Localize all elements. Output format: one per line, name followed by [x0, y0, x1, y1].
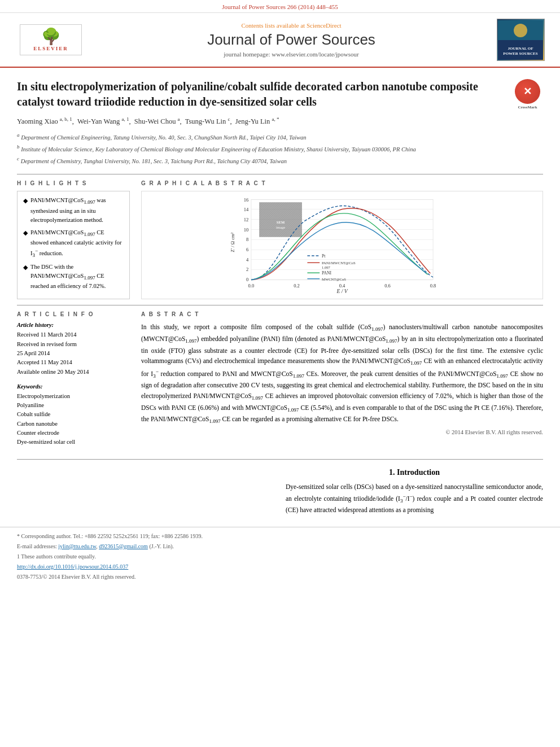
elsevier-logo-area: 🌳 ELSEVIER — [11, 24, 90, 55]
journal-title: Journal of Power Sources — [90, 31, 492, 49]
equal-contrib-note: 1 These authors contribute equally. — [17, 552, 543, 561]
accepted-date: Accepted 11 May 2014 — [17, 358, 130, 367]
svg-text:0.4: 0.4 — [339, 283, 345, 289]
svg-rect-32 — [259, 203, 302, 238]
intro-two-col: 1. Introduction Dye-sensitized solar cel… — [17, 468, 543, 515]
svg-text:0: 0 — [246, 277, 248, 283]
email-link-1[interactable]: jylin@ttu.edu.tw — [58, 543, 96, 549]
highlights-graphical-section: H I G H L I G H T S ◆ PANI/MWCNT@CoS1.09… — [17, 174, 543, 299]
highlight-text-3: The DSC with the PANI/MWCNT@CoS1.097 CE … — [30, 263, 124, 291]
author-shuwei: Shu-Wei Chou — [134, 117, 176, 125]
copyright-text: © 2014 Elsevier B.V. All rights reserved… — [141, 429, 543, 435]
svg-text:12: 12 — [244, 217, 249, 223]
email-note: E-mail addresses: jylin@ttu.edu.tw, d923… — [17, 542, 543, 551]
intro-section-title: Introduction — [397, 468, 440, 477]
svg-text:Z' / Ω cm²: Z' / Ω cm² — [230, 233, 235, 252]
elsevier-tree-icon: 🌳 — [41, 29, 61, 45]
crossmark-badge: ✕ CrossMark — [512, 79, 543, 110]
highlight-item-1: ◆ PANI/MWCNT@CoS1.097 was synthesized us… — [23, 196, 124, 224]
svg-text:0.6: 0.6 — [384, 283, 391, 289]
revised-date: 25 April 2014 — [17, 349, 130, 358]
journal-reference-bar: Journal of Power Sources 266 (2014) 448–… — [0, 0, 560, 13]
svg-text:Pt: Pt — [322, 254, 326, 259]
intro-section-num-text: 1. — [389, 468, 397, 477]
svg-text:PANI/MWCNT@CoS: PANI/MWCNT@CoS — [322, 261, 356, 265]
doi-line: http://dx.doi.org/10.1016/j.jpowsour.201… — [17, 562, 543, 571]
svg-point-2 — [514, 24, 527, 37]
elsevier-logo: 🌳 ELSEVIER — [20, 24, 82, 55]
intro-section-heading: 1. Introduction — [286, 468, 543, 477]
svg-text:0.8: 0.8 — [430, 283, 436, 289]
science-direct-line: Contents lists available at ScienceDirec… — [90, 22, 492, 29]
keyword-4: Carbon nanotube — [17, 420, 130, 429]
intro-right-col: 1. Introduction Dye-sensitized solar cel… — [286, 468, 543, 515]
email-link-2[interactable]: d923615@gmail.com — [99, 543, 148, 549]
doi-link[interactable]: http://dx.doi.org/10.1016/j.jpowsour.201… — [17, 563, 128, 570]
abstract-col: A B S T R A C T In this study, we report… — [141, 305, 543, 453]
email-label: E-mail addresses: — [17, 543, 58, 549]
svg-text:16: 16 — [244, 198, 249, 203]
keyword-6: Dye-sensitized solar cell — [17, 438, 130, 447]
svg-text:6: 6 — [246, 247, 248, 253]
science-direct-link-text[interactable]: ScienceDirect — [307, 22, 342, 29]
article-title-area: In situ electropolymerization of polyani… — [17, 79, 543, 110]
history-label: Article history: — [17, 322, 130, 328]
corresponding-note-text: * Corresponding author. Tel.: +886 22592… — [17, 533, 203, 539]
highlight-text-2: PANI/MWCNT@CoS1.097 CE showed enhanced c… — [30, 228, 124, 259]
article-info-label: A R T I C L E I N F O — [17, 311, 130, 317]
journal-cover-area: JOURNAL OF POWER SOURCES — [492, 19, 549, 61]
author-yaoming: Yaoming Xiao — [17, 117, 58, 125]
available-date: Available online 20 May 2014 — [17, 368, 130, 377]
keywords-label: Keywords: — [17, 383, 130, 390]
received-date: Received 11 March 2014 — [17, 330, 130, 339]
article-title-text: In situ electropolymerization of polyani… — [17, 80, 478, 108]
abstract-label: A B S T R A C T — [141, 311, 543, 317]
highlight-item-2: ◆ PANI/MWCNT@CoS1.097 CE showed enhanced… — [23, 228, 124, 259]
journal-header: 🌳 ELSEVIER Contents lists available at S… — [0, 13, 560, 68]
graphical-abstract-label: G R A P H I C A L A B S T R A C T — [141, 180, 543, 186]
journal-homepage: journal homepage: www.elsevier.com/locat… — [90, 51, 492, 58]
journal-header-center: Contents lists available at ScienceDirec… — [90, 22, 492, 58]
graphical-abstract-box: 0 2 4 6 8 10 12 14 16 — [141, 191, 543, 299]
keyword-3: Cobalt sulfide — [17, 410, 130, 419]
chart-area: 0 2 4 6 8 10 12 14 16 — [145, 194, 540, 296]
highlights-col: H I G H L I G H T S ◆ PANI/MWCNT@CoS1.09… — [17, 174, 130, 299]
affil-c: c Department of Chemistry, Tunghai Unive… — [17, 155, 543, 166]
highlight-item-3: ◆ The DSC with the PANI/MWCNT@CoS1.097 C… — [23, 263, 124, 291]
svg-text:10: 10 — [244, 228, 249, 233]
keywords-section: Keywords: Electropolymerization Polyanil… — [17, 383, 130, 447]
info-abstract-section: A R T I C L E I N F O Article history: R… — [17, 305, 543, 453]
abstract-text: In this study, we report a composite fil… — [141, 322, 543, 425]
author-jengyu: Jeng-Yu Lin — [235, 117, 270, 125]
svg-text:14: 14 — [244, 207, 249, 213]
svg-text:SEM: SEM — [277, 221, 285, 225]
journal-cover-image: JOURNAL OF POWER SOURCES — [497, 19, 545, 61]
issn-line: 0378-7753/© 2014 Elsevier B.V. All right… — [17, 574, 543, 580]
page: Journal of Power Sources 266 (2014) 448–… — [0, 0, 560, 747]
corresponding-author-note: * Corresponding author. Tel.: +886 22592… — [17, 532, 543, 540]
svg-text:0.0: 0.0 — [248, 283, 255, 289]
svg-text:PANI: PANI — [322, 271, 331, 276]
intro-text: Dye-sensitized solar cells (DSCs) based … — [286, 482, 543, 515]
article-info-col: A R T I C L E I N F O Article history: R… — [17, 305, 130, 453]
email-name: (J.-Y. Lin). — [149, 543, 174, 549]
svg-text:JOURNAL OF: JOURNAL OF — [508, 46, 533, 51]
journal-ref-text: Journal of Power Sources 266 (2014) 448–… — [222, 3, 338, 10]
highlights-box: ◆ PANI/MWCNT@CoS1.097 was synthesized us… — [17, 191, 130, 299]
svg-text:MWCNT@CoS: MWCNT@CoS — [322, 277, 346, 281]
svg-text:0.2: 0.2 — [294, 283, 300, 289]
received-revised-label: Received in revised form — [17, 340, 130, 349]
crossmark-text: CrossMark — [518, 105, 537, 110]
article-content: In situ electropolymerization of polyani… — [0, 68, 560, 527]
affil-a: a Department of Chemical Engineering, Ta… — [17, 132, 543, 142]
intro-left-col — [17, 468, 274, 515]
svg-text:2: 2 — [246, 267, 248, 273]
svg-text:image: image — [276, 225, 285, 229]
introduction-section: 1. Introduction Dye-sensitized solar cel… — [17, 459, 543, 515]
svg-text:4: 4 — [246, 257, 249, 263]
svg-text:E / V: E / V — [336, 289, 348, 295]
contents-available-text: Contents lists available at — [241, 22, 306, 29]
affil-b: b Institute of Molecular Science, Key La… — [17, 143, 543, 154]
keyword-1: Electropolymerization — [17, 392, 130, 401]
bullet-icon-3: ◆ — [23, 263, 28, 291]
